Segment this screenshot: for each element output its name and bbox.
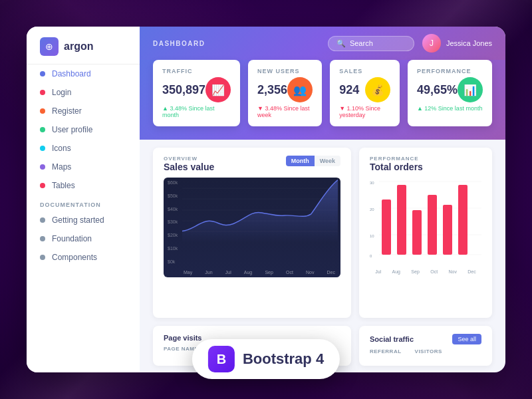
referral-col: REFERRAL <box>370 348 402 354</box>
y-label: $60k <box>168 180 178 185</box>
svg-text:30: 30 <box>370 181 374 185</box>
sidebar-item[interactable]: Register <box>27 102 140 120</box>
stat-label: SALES <box>339 68 390 74</box>
y-label: $20k <box>168 233 178 237</box>
nav-dot <box>40 90 45 95</box>
toggle-month-btn[interactable]: Month <box>286 156 315 166</box>
stat-value: 350,897 <box>162 83 205 97</box>
stat-icon: 📊 <box>458 77 483 102</box>
stat-value: 49,65% <box>417 83 458 97</box>
header-title: DASHBOARD <box>153 40 205 47</box>
sidebar-logo: ⊕ argon <box>27 27 140 65</box>
x-label: Dec <box>327 270 335 275</box>
toggle-week-btn[interactable]: Week <box>315 156 340 166</box>
dashboard-container: ⊕ argon DashboardLoginRegisterUser profi… <box>27 27 505 372</box>
svg-rect-19 <box>458 185 467 255</box>
stat-card: TRAFFIC 350,897 📈 ▲ 3.48% Since last mon… <box>153 60 240 126</box>
y-label: $0k <box>168 259 178 264</box>
page-visits-title: Page visits <box>164 334 201 342</box>
bootstrap-icon: B <box>208 346 235 372</box>
sales-chart-subtitle: OVERVIEW <box>164 156 214 162</box>
social-traffic-columns: REFERRAL VISITORS <box>370 348 481 354</box>
sales-chart-card: OVERVIEW Sales value Month Week $60k$50k… <box>153 148 351 318</box>
x-label: May <box>184 270 192 275</box>
svg-rect-18 <box>443 205 452 255</box>
x-label: Jul <box>225 270 231 275</box>
sidebar-item-label: Login <box>52 88 71 97</box>
x-label: Jun <box>205 270 212 275</box>
doc-nav-item[interactable]: Components <box>27 248 140 267</box>
stat-card: SALES 924 💰 ▼ 1.10% Since yesterday <box>330 60 400 126</box>
search-placeholder: Search <box>350 39 373 47</box>
header: DASHBOARD 🔍 Search J Jessica Jones <box>140 27 505 60</box>
avatar: J <box>422 34 441 53</box>
sidebar-item[interactable]: User profile <box>27 120 140 139</box>
stat-value-row: 2,356 👥 <box>257 77 313 102</box>
user-info: J Jessica Jones <box>422 34 492 53</box>
svg-text:0: 0 <box>370 254 372 258</box>
sidebar-item-label: Register <box>52 106 82 116</box>
sidebar-item[interactable]: Icons <box>27 139 140 158</box>
doc-item-label: Getting started <box>52 215 104 225</box>
svg-rect-17 <box>428 195 437 255</box>
orders-chart-card: PERFORMANCE Total orders 30 20 10 0 <box>359 148 492 318</box>
stat-label: TRAFFIC <box>162 68 231 74</box>
nav-dot <box>40 217 45 223</box>
bootstrap-text: Bootstrap 4 <box>243 350 324 368</box>
social-traffic-header: Social traffic See all <box>370 334 481 344</box>
stat-value-row: 924 💰 <box>339 77 390 102</box>
bootstrap-badge: B Bootstrap 4 <box>192 339 340 379</box>
stat-change: ▲ 3.48% Since last month <box>162 105 231 118</box>
user-name: Jessica Jones <box>446 39 492 47</box>
bar-x-label: Dec <box>467 269 475 274</box>
doc-nav-item[interactable]: Foundation <box>27 229 140 248</box>
sidebar: ⊕ argon DashboardLoginRegisterUser profi… <box>27 27 140 372</box>
stats-area: TRAFFIC 350,897 📈 ▲ 3.48% Since last mon… <box>140 60 505 140</box>
doc-item-label: Foundation <box>52 234 92 243</box>
doc-nav-item[interactable]: Getting started <box>27 211 140 229</box>
sidebar-item[interactable]: Maps <box>27 158 140 176</box>
y-label: $30k <box>168 219 178 224</box>
nav-dot <box>40 255 45 260</box>
sidebar-item-label: Dashboard <box>52 69 91 78</box>
stats-cards: TRAFFIC 350,897 📈 ▲ 3.48% Since last mon… <box>153 60 492 126</box>
nav-dot <box>40 183 45 188</box>
svg-rect-14 <box>382 200 391 255</box>
svg-text:20: 20 <box>370 207 374 211</box>
bar-x-label: Jul <box>375 269 381 274</box>
main-content: DASHBOARD 🔍 Search J Jessica Jones TRAFF… <box>140 27 505 372</box>
sidebar-item-label: Tables <box>52 181 75 190</box>
sidebar-item-label: Icons <box>52 144 71 153</box>
svg-rect-15 <box>397 185 406 255</box>
x-label: Sep <box>265 270 273 275</box>
charts-area: OVERVIEW Sales value Month Week $60k$50k… <box>140 140 505 326</box>
nav-dot <box>40 146 45 151</box>
logo-icon: ⊕ <box>40 37 59 56</box>
svg-rect-16 <box>412 210 422 255</box>
bar-chart-svg: 30 20 10 0 <box>370 172 481 265</box>
bar-chart-area: 30 20 10 0 <box>370 172 481 279</box>
line-chart-area: $60k$50k$40k$30k$20k$10k$0k <box>164 178 340 277</box>
nav-dot <box>40 236 45 241</box>
stat-value: 924 <box>339 83 359 97</box>
chart-toggle: Month Week <box>286 156 340 166</box>
see-all-button[interactable]: See all <box>452 334 481 344</box>
doc-nav: Getting startedFoundationComponents <box>27 211 140 267</box>
stat-change: ▼ 3.48% Since last week <box>257 105 313 118</box>
sidebar-item[interactable]: Login <box>27 83 140 102</box>
visitors-col: VISITORS <box>415 348 442 354</box>
stat-label: PERFORMANCE <box>417 68 483 74</box>
stat-value: 2,356 <box>257 83 287 97</box>
stat-value-row: 49,65% 📊 <box>417 77 483 102</box>
bar-x-label: Aug <box>392 269 400 274</box>
stat-icon: 👥 <box>287 77 313 102</box>
sidebar-item[interactable]: Tables <box>27 176 140 195</box>
stat-change: ▲ 12% Since last month <box>417 105 483 112</box>
search-box[interactable]: 🔍 Search <box>328 36 414 51</box>
stat-value-row: 350,897 📈 <box>162 77 231 102</box>
x-label: Oct <box>286 270 293 275</box>
social-traffic-title: Social traffic <box>370 335 414 343</box>
nav-dot <box>40 127 45 132</box>
sidebar-item[interactable]: Dashboard <box>27 65 140 83</box>
x-label: Aug <box>244 270 252 275</box>
